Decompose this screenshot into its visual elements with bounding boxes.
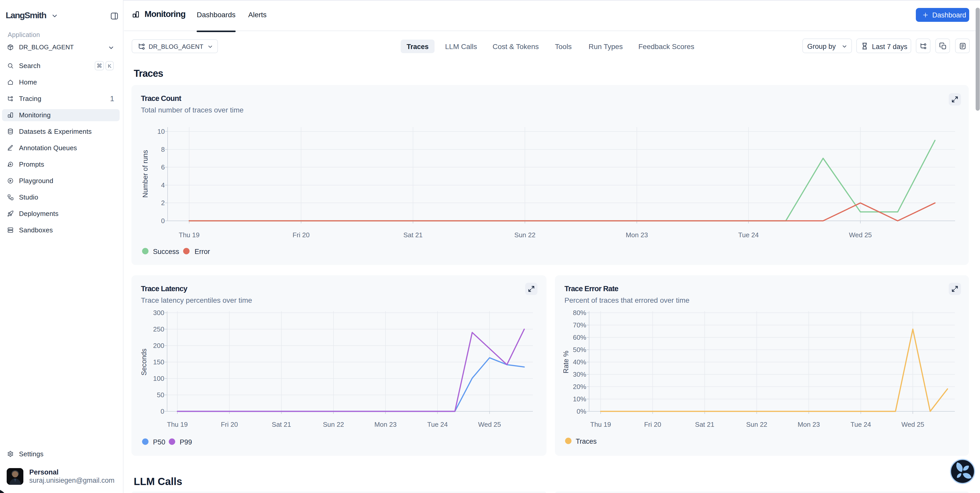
svg-text:80%: 80% xyxy=(573,309,586,317)
svg-text:Sat 21: Sat 21 xyxy=(403,231,423,239)
svg-text:Thu 19: Thu 19 xyxy=(590,421,611,428)
svg-text:Wed 25: Wed 25 xyxy=(902,421,924,428)
svg-text:P99: P99 xyxy=(180,438,192,446)
svg-text:4: 4 xyxy=(161,181,165,189)
svg-text:30%: 30% xyxy=(573,370,586,378)
svg-text:Mon 23: Mon 23 xyxy=(374,421,396,428)
svg-text:0: 0 xyxy=(161,217,165,225)
svg-text:250: 250 xyxy=(153,325,164,333)
svg-text:Mon 23: Mon 23 xyxy=(626,231,648,239)
svg-text:70%: 70% xyxy=(573,321,586,329)
svg-text:P50: P50 xyxy=(153,438,165,446)
svg-text:Rate %: Rate % xyxy=(562,351,570,373)
svg-text:100: 100 xyxy=(153,375,164,382)
svg-text:Fri 20: Fri 20 xyxy=(644,421,661,428)
svg-text:200: 200 xyxy=(153,342,164,349)
svg-text:6: 6 xyxy=(161,163,165,171)
svg-text:Wed 25: Wed 25 xyxy=(849,231,872,239)
svg-text:8: 8 xyxy=(161,145,165,153)
svg-text:Tue 24: Tue 24 xyxy=(738,231,759,239)
svg-text:50: 50 xyxy=(157,391,164,399)
svg-text:20%: 20% xyxy=(573,383,586,391)
svg-text:Sat 21: Sat 21 xyxy=(272,421,291,428)
svg-text:50%: 50% xyxy=(573,346,586,354)
svg-text:10%: 10% xyxy=(573,395,586,403)
svg-text:Number of runs: Number of runs xyxy=(142,150,149,198)
svg-text:300: 300 xyxy=(153,309,164,317)
svg-text:40%: 40% xyxy=(573,358,586,366)
svg-text:150: 150 xyxy=(153,358,164,366)
svg-text:Sun 22: Sun 22 xyxy=(746,421,767,428)
svg-text:Mon 23: Mon 23 xyxy=(797,421,820,428)
svg-text:Sun 22: Sun 22 xyxy=(323,421,344,428)
svg-text:2: 2 xyxy=(161,199,165,207)
svg-text:Seconds: Seconds xyxy=(140,348,148,375)
svg-text:Thu 19: Thu 19 xyxy=(179,231,200,239)
svg-text:Fri 20: Fri 20 xyxy=(221,421,238,428)
svg-text:Success: Success xyxy=(153,248,179,255)
svg-text:Fri 20: Fri 20 xyxy=(293,231,310,239)
svg-text:Tue 24: Tue 24 xyxy=(427,421,448,428)
svg-text:Wed 25: Wed 25 xyxy=(478,421,501,428)
svg-text:60%: 60% xyxy=(573,333,586,341)
svg-text:Error: Error xyxy=(194,248,210,255)
svg-text:Traces: Traces xyxy=(576,437,597,445)
svg-text:0%: 0% xyxy=(576,407,586,415)
svg-text:Tue 24: Tue 24 xyxy=(851,421,871,428)
svg-text:Sat 21: Sat 21 xyxy=(695,421,714,428)
svg-text:0: 0 xyxy=(161,407,164,415)
svg-text:Thu 19: Thu 19 xyxy=(167,421,188,428)
svg-text:Sun 22: Sun 22 xyxy=(514,231,535,239)
svg-text:10: 10 xyxy=(158,128,165,135)
